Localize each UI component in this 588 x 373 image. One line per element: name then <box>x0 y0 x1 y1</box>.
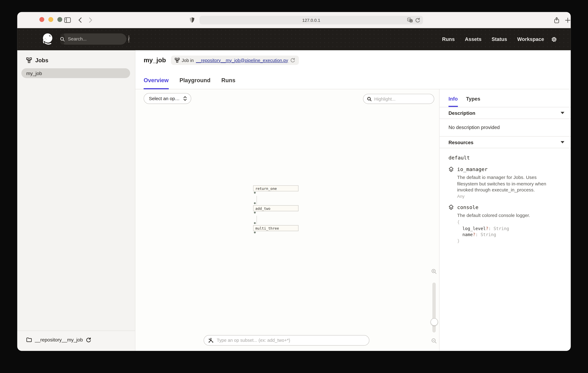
reload-job-icon[interactable] <box>290 58 295 63</box>
top-nav: Runs Assets Status Workspace <box>442 28 544 50</box>
config-open-brace: { <box>457 219 530 225</box>
repository-name: __repository__my_job <box>35 337 83 342</box>
config-close-brace: } <box>457 238 530 244</box>
nav-runs[interactable]: Runs <box>442 36 455 42</box>
zoom-out-icon[interactable] <box>431 338 437 344</box>
traffic-lights <box>39 17 62 22</box>
dagster-header: / Runs Assets Status Workspace <box>17 28 571 50</box>
job-tabs: Overview Playground Runs <box>144 77 235 89</box>
resource-name: console <box>457 204 530 210</box>
resource-description: The default io manager for Jobs. Uses fi… <box>457 175 556 193</box>
highlight-input[interactable] <box>374 96 427 101</box>
resource-config-schema: { log_level?: String name?: String } <box>457 219 530 244</box>
panel-tabs: Info Types <box>440 89 571 107</box>
op-node-label: add_two <box>255 206 270 210</box>
output-dot <box>254 192 256 194</box>
section-title: Description <box>449 110 475 116</box>
input-dot <box>254 222 256 224</box>
browser-window: 127.0.0.1 Aa <box>17 12 571 351</box>
gear-icon[interactable] <box>551 36 557 42</box>
resource-description: The default colored console logger. <box>457 212 530 218</box>
zoom-in-icon[interactable] <box>431 269 437 274</box>
section-title: Resources <box>449 139 473 145</box>
badge-prefix: Job in <box>182 58 194 63</box>
op-subset-filter[interactable] <box>204 335 369 346</box>
resource-icon <box>449 204 454 244</box>
folder-icon <box>26 337 32 342</box>
search-icon <box>60 33 65 45</box>
output-dot <box>254 212 256 214</box>
resource-item-io-manager: io_manager The default io manager for Jo… <box>449 166 564 198</box>
url-text: 127.0.0.1 <box>302 18 320 22</box>
job-item-label: my_job <box>26 70 42 76</box>
tab-playground[interactable]: Playground <box>179 77 210 89</box>
resources-body: default io_manager The default io manage… <box>440 148 571 244</box>
svg-text:a: a <box>410 20 412 22</box>
op-node-label: multi_three <box>255 226 279 230</box>
nav-status[interactable]: Status <box>492 36 507 42</box>
tab-runs[interactable]: Runs <box>221 77 235 89</box>
repository-footer: __repository__my_job <box>17 331 135 351</box>
sidebar-title: Jobs <box>35 57 48 63</box>
select-op-dropdown[interactable]: Select an op… <box>144 93 191 104</box>
back-icon[interactable] <box>78 12 82 28</box>
browser-chrome: 127.0.0.1 Aa <box>17 12 571 28</box>
chevron-down-icon <box>561 141 564 143</box>
tab-overview[interactable]: Overview <box>144 77 169 89</box>
jobs-sidebar: Jobs my_job __repository__my_job <box>17 50 136 351</box>
resources-section-header[interactable]: Resources <box>440 137 571 148</box>
pipeline-file-link[interactable]: __repository__my_job@pipeline_execution.… <box>196 58 288 63</box>
share-icon[interactable] <box>554 12 559 28</box>
zoom-slider-thumb[interactable] <box>430 318 438 326</box>
op-node-multi-three[interactable]: multi_three <box>253 225 298 231</box>
tab-info[interactable]: Info <box>449 96 458 107</box>
reload-repository-icon[interactable] <box>86 337 91 342</box>
op-node-return-one[interactable]: return_one <box>253 186 298 191</box>
highlight-search[interactable] <box>363 94 434 104</box>
scale-viewport: 127.0.0.1 Aa <box>0 0 588 373</box>
output-dot <box>254 231 256 233</box>
sidebar-item-my-job[interactable]: my_job <box>21 68 130 78</box>
privacy-shield-icon[interactable] <box>189 12 195 28</box>
resource-item-console: console The default colored console logg… <box>449 204 564 244</box>
select-op-label: Select an op… <box>149 96 179 101</box>
resource-type: Any <box>457 194 556 198</box>
info-panel: Info Types Description No description pr… <box>439 89 571 351</box>
job-icon <box>175 58 179 63</box>
zoom-window-button[interactable] <box>57 17 62 22</box>
edge-line <box>256 196 257 205</box>
page-title: my_job <box>144 56 166 64</box>
toggle-sidebar-icon[interactable] <box>64 12 71 28</box>
highlight-search-icon <box>367 97 372 101</box>
global-search[interactable]: / <box>60 33 126 45</box>
forward-icon[interactable] <box>88 12 93 28</box>
dagster-logo-icon[interactable] <box>41 32 55 46</box>
search-input[interactable] <box>65 36 128 42</box>
input-dot <box>254 202 256 204</box>
nav-workspace[interactable]: Workspace <box>517 36 544 42</box>
op-subset-input[interactable] <box>217 338 369 343</box>
resource-group-name: default <box>449 155 564 161</box>
close-window-button[interactable] <box>39 17 44 22</box>
description-section-header[interactable]: Description <box>440 107 571 119</box>
translate-icon[interactable]: Aa <box>407 18 413 22</box>
minimize-window-button[interactable] <box>48 17 53 22</box>
op-node-add-two[interactable]: add_two <box>253 205 298 211</box>
config-field: log_level?: String <box>457 225 530 231</box>
chevron-updown-icon <box>183 96 187 101</box>
address-bar[interactable]: 127.0.0.1 Aa <box>200 16 423 24</box>
edge-line <box>256 216 257 224</box>
resource-icon <box>449 166 454 198</box>
nav-assets[interactable]: Assets <box>465 36 482 42</box>
chevron-down-icon <box>561 112 564 114</box>
new-tab-icon[interactable] <box>565 12 570 28</box>
screenshot-stage: 127.0.0.1 Aa <box>0 0 588 373</box>
op-node-label: return_one <box>255 186 277 190</box>
description-body: No description provided <box>440 119 571 137</box>
op-graph-canvas[interactable]: Select an op… return_one <box>136 89 439 351</box>
tab-types[interactable]: Types <box>466 96 480 107</box>
op-selector-icon <box>208 338 214 343</box>
reload-icon[interactable] <box>415 17 420 23</box>
job-origin-badge: Job in __repository__my_job@pipeline_exe… <box>171 55 299 65</box>
config-field: name?: String <box>457 231 530 238</box>
